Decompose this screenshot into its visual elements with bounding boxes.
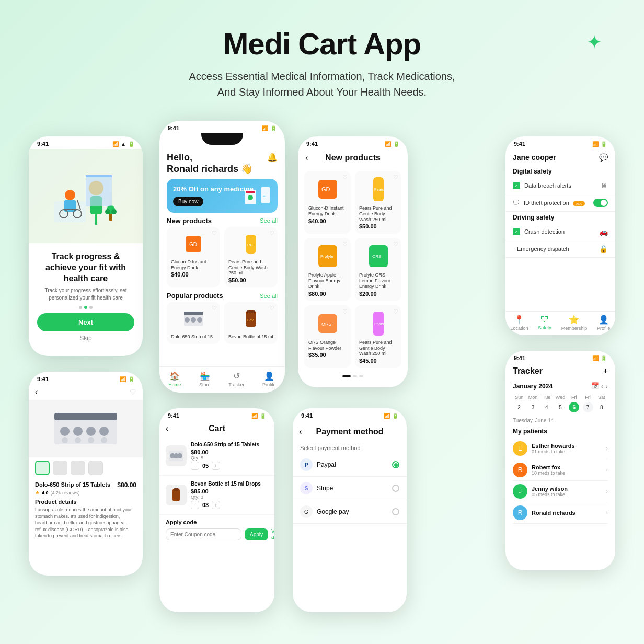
- thumb-1[interactable]: [35, 461, 50, 475]
- payment-option-paypal[interactable]: P Paypal: [293, 453, 407, 477]
- patient-info-1: Esther howards 01 meds to take: [532, 443, 602, 454]
- coupon-input[interactable]: [166, 528, 242, 540]
- payment-back-btn[interactable]: ‹: [299, 427, 302, 436]
- safety-user-name: Jane cooper: [513, 153, 556, 162]
- phone-notch: [201, 133, 243, 145]
- tracker-add-btn[interactable]: +: [603, 366, 608, 376]
- product-price-1: $40.00: [171, 271, 216, 278]
- popular-card-1[interactable]: ♡ Dolo-650 Strip of 15: [167, 302, 220, 344]
- products-back-btn[interactable]: ‹: [305, 153, 308, 163]
- nav-tracker[interactable]: ↺ Tracker: [228, 371, 244, 387]
- heart-grid-6[interactable]: ♡: [393, 308, 398, 315]
- cart-item-img-1: [166, 445, 187, 466]
- nav-safety-tab[interactable]: 🛡 Safety: [538, 315, 551, 331]
- nav-profile[interactable]: 👤 Profile: [262, 371, 276, 387]
- grid-product-2[interactable]: ♡ Pears Pears Pure and Gentle Body Wash …: [355, 171, 401, 234]
- grid-product-5[interactable]: ♡ ORS ORS Orange Flavour Powder $35.00: [304, 305, 351, 368]
- nav-profile-safety[interactable]: 👤 Profile: [597, 315, 611, 331]
- popular-card-2[interactable]: ♡ Bev Bevon Bottle of 15 ml: [224, 302, 278, 344]
- googlepay-logo: G: [300, 505, 313, 518]
- grid-product-4[interactable]: ♡ ORS Prolyte ORS Lemon Flavour Energy D…: [355, 238, 401, 301]
- product-card-1[interactable]: ♡ GD Glucon-D Instant Energy Drink $40.0…: [167, 227, 220, 288]
- grid-product-6[interactable]: ♡ Pears Pears Pure and Gentle Body Wash …: [355, 305, 401, 368]
- nav-location[interactable]: 📍 Location: [510, 315, 528, 331]
- nav-home[interactable]: 🏠 Home: [168, 371, 181, 387]
- heart-grid-5[interactable]: ♡: [342, 308, 348, 315]
- qty-minus-1[interactable]: −: [191, 462, 199, 470]
- chevron-right-4: ›: [606, 509, 608, 516]
- qty-minus-2[interactable]: −: [191, 501, 199, 509]
- next-button[interactable]: Next: [37, 313, 134, 331]
- paypal-label: Paypal: [317, 461, 336, 468]
- buy-now-button[interactable]: Buy now: [173, 197, 203, 206]
- svg-point-28: [191, 317, 196, 323]
- grid-product-1[interactable]: ♡ GD Glucon-D Instant Energy Drink $40.0…: [304, 171, 351, 234]
- heart-grid-4[interactable]: ♡: [393, 241, 398, 248]
- detail-heart-icon[interactable]: ♡: [130, 388, 136, 396]
- home-bottom-nav: 🏠 Home 🏪 Store ↺ Tracker 👤 Profile: [159, 366, 285, 393]
- checkbox-data-breach[interactable]: ✓: [513, 182, 520, 189]
- dot-1: [79, 306, 82, 309]
- scroll-dot-1: [353, 375, 357, 377]
- product-img-1: GD: [171, 231, 216, 257]
- cart-item-qty-label-1: Qty: 5: [191, 455, 268, 461]
- heart-grid-1[interactable]: ♡: [342, 174, 348, 181]
- heart-icon-1[interactable]: ♡: [212, 230, 217, 237]
- cart-back-btn[interactable]: ‹: [166, 424, 168, 433]
- patient-item-4[interactable]: R Ronald richards ›: [513, 502, 608, 524]
- popular-see-all[interactable]: See all: [260, 293, 278, 299]
- heart-grid-3[interactable]: ♡: [342, 241, 348, 248]
- product-card-2[interactable]: ♡ PB Pears Pure and Gentle Body Wash 250…: [224, 227, 278, 288]
- nav-store[interactable]: 🏪 Store: [199, 371, 211, 387]
- app-title: Medi Cart App: [10, 26, 634, 61]
- qty-num-2: 03: [202, 502, 209, 508]
- cal-day-3[interactable]: 3: [527, 402, 538, 412]
- paypal-radio[interactable]: [392, 461, 399, 468]
- svg-rect-17: [246, 191, 255, 193]
- patient-item-1[interactable]: E Esther howards 01 meds to take ›: [513, 438, 608, 459]
- status-icons-onboarding: 📶 ▲ 🔋: [112, 141, 134, 147]
- thumb-4[interactable]: [88, 461, 103, 475]
- cal-next-btn[interactable]: ›: [605, 382, 608, 390]
- heart-icon-2[interactable]: ♡: [269, 230, 274, 237]
- skip-button[interactable]: Skip: [37, 335, 134, 342]
- nav-membership[interactable]: ⭐ Membership: [561, 315, 588, 331]
- cal-day-4[interactable]: 4: [542, 402, 552, 412]
- cal-prev-btn[interactable]: ‹: [601, 382, 604, 390]
- battery-icon: 🔋: [128, 141, 134, 147]
- payment-option-stripe[interactable]: S Stripe: [293, 477, 407, 500]
- cal-day-6-today[interactable]: 6: [569, 402, 579, 412]
- apply-coupon-button[interactable]: Apply: [245, 528, 268, 540]
- cal-day-5[interactable]: 5: [555, 402, 566, 412]
- heart-grid-2[interactable]: ♡: [393, 174, 398, 181]
- qty-plus-2[interactable]: +: [212, 501, 220, 509]
- new-products-see-all[interactable]: See all: [260, 217, 278, 224]
- patient-item-2[interactable]: R Robert fox 10 meds to take ›: [513, 459, 608, 481]
- safety-bottom-nav: 📍 Location 🛡 Safety ⭐ Membership 👤 Profi…: [505, 311, 615, 335]
- patient-item-3[interactable]: J Jenny wilson 05 meds to take ›: [513, 481, 608, 502]
- view-all-link[interactable]: View all: [271, 528, 274, 540]
- nav-location-label: Location: [510, 326, 528, 331]
- heart-icon-pop-2[interactable]: ♡: [269, 305, 274, 312]
- products-page-title: New products: [325, 153, 381, 163]
- stripe-radio[interactable]: [392, 485, 399, 492]
- detail-back-btn[interactable]: ‹: [35, 387, 38, 397]
- qty-plus-1[interactable]: +: [212, 462, 220, 470]
- cal-day-7[interactable]: 7: [583, 402, 593, 412]
- signal-icon: 📶: [112, 141, 119, 147]
- grid-product-3[interactable]: ♡ Prolyte Prolyte Apple Flavour Energy D…: [304, 238, 351, 301]
- chat-icon[interactable]: 💬: [599, 153, 608, 162]
- thumb-3[interactable]: [71, 461, 85, 475]
- heart-icon-pop-1[interactable]: ♡: [212, 305, 217, 312]
- digital-safety-title: Digital safety: [505, 166, 615, 177]
- cal-day-2[interactable]: 2: [514, 402, 524, 412]
- svg-rect-31: [247, 310, 255, 313]
- id-theft-toggle[interactable]: [593, 199, 608, 207]
- thumb-2[interactable]: [53, 461, 67, 475]
- checkbox-crash[interactable]: ✓: [513, 228, 520, 235]
- cal-day-8[interactable]: 8: [596, 402, 607, 412]
- calendar-month: January 2024: [513, 383, 553, 390]
- googlepay-radio[interactable]: [392, 508, 399, 515]
- payment-option-googlepay[interactable]: G Google pay: [293, 500, 407, 524]
- bell-icon[interactable]: 🔔: [267, 152, 278, 162]
